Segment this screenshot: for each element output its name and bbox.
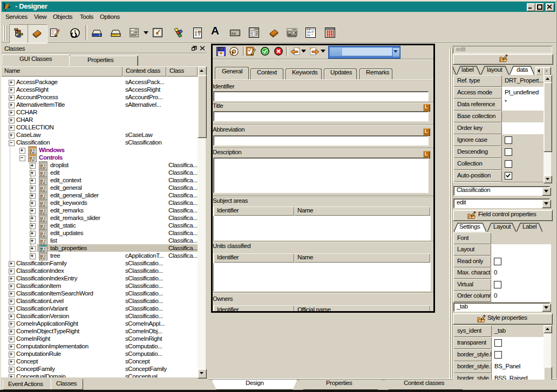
svg-text:Kd: Kd [232, 32, 235, 35]
